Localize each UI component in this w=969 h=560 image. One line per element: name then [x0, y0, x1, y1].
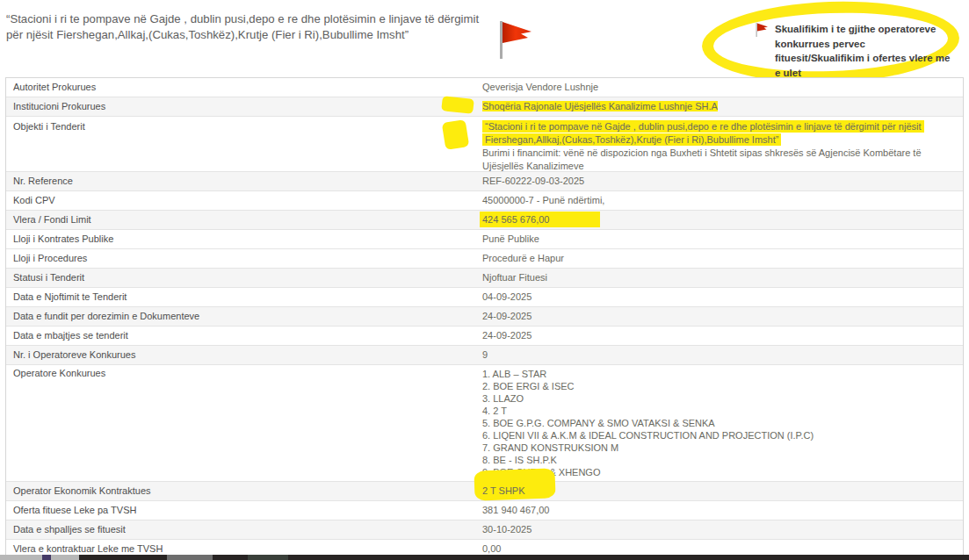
operator-list-item: 8. BE - IS SH.P.K	[482, 454, 956, 466]
value-text: Punë Publike	[482, 233, 539, 244]
row-label: Operatore Konkurues	[6, 365, 475, 481]
row-label: Data e shpalljes se fituesit	[6, 521, 475, 539]
row-value: Procedurë e Hapur	[475, 249, 963, 268]
row-value: 04-09-2025	[475, 288, 963, 306]
taskbar-strip[interactable]	[0, 555, 969, 560]
row-value-extra: Burimi i financimit: vënë në dispozicion…	[482, 147, 956, 172]
table-row: Operator Ekonomik Kontraktues2 T SHPK	[6, 482, 963, 501]
value-text: 381 940 467,00	[482, 505, 549, 515]
row-label: Operator Ekonomik Kontraktues	[6, 482, 475, 500]
row-label: Data e fundit per dorezimin e Dokumentev…	[6, 307, 475, 326]
table-row: Data e shpalljes se fituesit30-10-2025	[6, 521, 963, 540]
page: “Stacioni i ri te pompave në Gajde , dub…	[0, 0, 969, 560]
row-value: 45000000-7 - Punë ndërtimi,	[475, 191, 963, 210]
row-value: REF-60222-09-03-2025	[475, 172, 963, 190]
row-label: Institucioni Prokurues	[6, 97, 475, 116]
value-text: Qeverisja Vendore Lushnje	[482, 82, 598, 92]
highlighted-text: 2 T SHPK	[482, 485, 525, 496]
table-row: Data e fundit per dorezimin e Dokumentev…	[6, 307, 963, 327]
row-label: Autoritet Prokurues	[6, 78, 475, 97]
operator-list-item: 7. GRAND KONSTRUKSION M	[482, 442, 956, 454]
row-label: Lloji i Kontrates Publike	[6, 230, 475, 248]
value-text: 30-10-2025	[482, 524, 532, 535]
row-value: 424 565 676,00	[475, 211, 963, 229]
highlighted-text: Shoqëria Rajonale Ujësjellës Kanalizime …	[482, 101, 718, 111]
table-row: Statusi i TenderitNjoftuar Fituesi	[6, 269, 963, 288]
row-value: Shoqëria Rajonale Ujësjellës Kanalizime …	[475, 97, 963, 116]
operator-list-item: 1. ALB – STAR	[482, 368, 956, 380]
row-value: 9	[475, 346, 963, 364]
marker-streak	[441, 96, 474, 114]
row-label: Lloji i Procedures	[6, 249, 475, 268]
table-row: Kodi CPV45000000-7 - Punë ndërtimi,	[6, 191, 963, 211]
value-text: 24-09-2025	[482, 330, 532, 341]
value-text: Procedurë e Hapur	[482, 253, 564, 263]
table-row: Objekti i Tenderit“Stacioni i ri te pomp…	[6, 117, 963, 172]
row-value: 1. ALB – STAR2. BOE ERGI & ISEC3. LLAZO4…	[475, 365, 963, 481]
table-row: Nr. ReferenceREF-60222-09-03-2025	[6, 172, 963, 191]
highlighted-text: 424 565 676,00	[480, 212, 600, 227]
row-label: Statusi i Tenderit	[6, 269, 475, 287]
operator-list-item: 4. 2 T	[482, 405, 956, 417]
value-text: 04-09-2025	[482, 291, 532, 302]
row-label: Objekti i Tenderit	[6, 117, 475, 171]
page-title: “Stacioni i ri te pompave në Gajde , dub…	[6, 11, 496, 42]
highlighted-text: “Stacioni i ri te pompave në Gajde , dub…	[482, 120, 924, 146]
row-label: Nr. Reference	[6, 172, 475, 190]
operator-list-item: 3. LLAZO	[482, 392, 956, 405]
taskbar-segment	[248, 555, 288, 560]
table-row: Lloji i ProceduresProcedurë e Hapur	[6, 249, 963, 269]
value-text: Njoftuar Fituesi	[482, 272, 547, 283]
row-value: 30-10-2025	[475, 521, 963, 539]
table-row: Data e mbajtjes se tenderit24-09-2025	[6, 327, 963, 346]
value-text: 24-09-2025	[482, 311, 532, 321]
taskbar-segment	[167, 555, 213, 560]
table-row: Data e Njoftimit te Tenderit04-09-2025	[6, 288, 963, 307]
red-flag-icon	[756, 23, 769, 38]
value-text: 45000000-7 - Punë ndërtimi,	[482, 195, 604, 205]
red-flag-icon	[497, 20, 536, 61]
marker-streak	[442, 119, 470, 150]
row-label: Oferta fituese Leke pa TVSH	[6, 501, 475, 520]
table-row: Institucioni ProkuruesShoqëria Rajonale …	[6, 97, 963, 117]
row-value: 24-09-2025	[475, 307, 963, 326]
value-text: 9	[482, 349, 488, 360]
row-value: Njoftuar Fituesi	[475, 269, 963, 287]
operator-list-item: 5. BOE G.P.G. COMPANY & SMO VATAKSI & SE…	[482, 417, 956, 429]
table-row: Vlera / Fondi Limit424 565 676,00	[6, 211, 963, 230]
row-value: Qeverisja Vendore Lushnje	[475, 78, 963, 97]
row-value: Punë Publike	[475, 230, 963, 248]
table-row: Nr. i Operatoreve Konkurues9	[6, 346, 963, 365]
operator-list-item: 6. LIQENI VII & A.K.M & IDEAL CONSTRUCTI…	[482, 429, 956, 442]
table-row: Lloji i Kontrates PublikePunë Publike	[6, 230, 963, 249]
table-row: Autoritet ProkuruesQeverisja Vendore Lus…	[6, 78, 963, 97]
row-label: Nr. i Operatoreve Konkurues	[6, 346, 475, 364]
row-value: 2 T SHPK	[475, 482, 963, 500]
row-value: “Stacioni i ri te pompave në Gajde , dub…	[475, 117, 963, 171]
tender-table: Autoritet ProkuruesQeverisja Vendore Lus…	[5, 77, 964, 560]
row-label: Data e Njoftimit te Tenderit	[6, 288, 475, 306]
table-row: Oferta fituese Leke pa TVSH381 940 467,0…	[6, 501, 963, 521]
value-text: 0,00	[482, 543, 501, 554]
operator-list-item: 2. BOE ERGI & ISEC	[482, 380, 956, 392]
taskbar-icon	[42, 555, 51, 560]
row-value: 24-09-2025	[475, 327, 963, 345]
row-label: Vlera / Fondi Limit	[6, 211, 475, 229]
row-label: Data e mbajtjes se tenderit	[6, 327, 475, 345]
row-label: Kodi CPV	[6, 191, 475, 210]
note-text: Skualifikim i te gjithe operatoreve konk…	[775, 22, 951, 80]
value-text: REF-60222-09-03-2025	[482, 176, 584, 186]
row-value: 381 940 467,00	[475, 501, 963, 520]
table-row: Operatore Konkurues1. ALB – STAR2. BOE E…	[6, 365, 963, 482]
disqualification-note: Skualifikim i te gjithe operatoreve konk…	[756, 22, 958, 80]
